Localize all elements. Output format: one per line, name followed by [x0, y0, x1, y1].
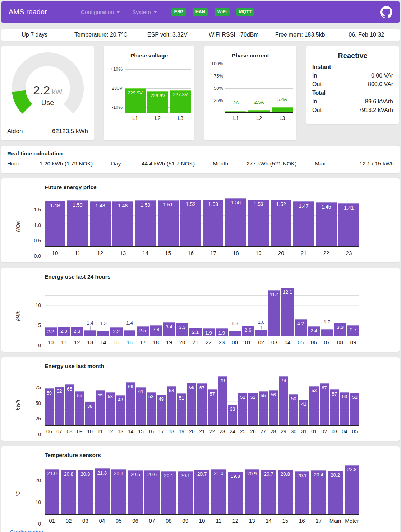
- x-tick-label: 31: [299, 429, 308, 434]
- status-badges: ESP HAN WiFi MQTT: [171, 8, 255, 16]
- y-tick-label: 230V: [112, 85, 123, 91]
- x-tick-label: 13: [112, 250, 133, 256]
- bar: 1.52: [271, 200, 291, 247]
- bar-column: 69: [126, 375, 135, 425]
- app-brand[interactable]: AMS reader: [9, 8, 47, 16]
- configuration-link[interactable]: Configuration: [10, 529, 43, 532]
- x-tick-label: 12: [71, 339, 83, 345]
- power-gauge-card: 2.2kW Use Aidon 62123.5 kWh: [1, 46, 94, 140]
- x-tick-label: L3: [170, 115, 191, 121]
- x-tick-label: 22: [203, 339, 215, 345]
- bar: 1.53: [248, 200, 269, 247]
- bar: 2.8: [150, 325, 162, 336]
- bar: 1.45: [316, 202, 337, 247]
- y-tick-label: 0: [38, 342, 41, 348]
- mqtt-status-badge: MQTT: [236, 8, 254, 16]
- bar: 57: [208, 389, 217, 425]
- bar: 1.50: [67, 200, 88, 247]
- bar: 20.2: [328, 471, 342, 514]
- x-tick-label: 10: [45, 339, 57, 345]
- reactive-row: Out 7913.2 kVArh: [312, 106, 393, 115]
- github-link[interactable]: [380, 6, 392, 18]
- month-value: 277 kWh (521 NOK): [246, 160, 315, 167]
- x-axis-line: [45, 336, 359, 336]
- bar-column: 51: [177, 375, 186, 425]
- x-tick-label: 19: [248, 250, 269, 256]
- realtime-calculation-card: Real time calculation Hour 1.20 kWh (1.7…: [1, 146, 400, 173]
- max-label: Max: [315, 160, 351, 167]
- top-cards-row: 2.2kW Use Aidon 62123.5 kWh Phase voltag…: [1, 46, 400, 140]
- bar-column: 2.1: [189, 286, 202, 336]
- status-bar: Up 7 days Temperature: 20.7°C ESP volt: …: [1, 29, 400, 41]
- bar-column: 53: [147, 375, 156, 425]
- bar-column: 65: [65, 375, 74, 425]
- energy-month-card: Energy use last month kWh025507559626555…: [1, 357, 400, 441]
- bar: 33: [228, 405, 237, 425]
- chart-title: Phase current: [204, 52, 296, 59]
- bar-column: 20.7: [261, 464, 276, 514]
- nav-configuration[interactable]: Configuration: [81, 9, 120, 15]
- bar: 2.4: [308, 326, 320, 336]
- bar: 55: [75, 391, 84, 425]
- x-tick-label: 07: [144, 518, 159, 524]
- max-value: 12.1 / 15 kWh: [351, 160, 394, 167]
- x-tick-label: 21: [189, 339, 202, 345]
- x-tick-label: 20: [271, 250, 291, 256]
- x-tick-label: 22: [316, 250, 337, 256]
- x-tick-label: L3: [272, 115, 293, 121]
- temperature-text: Temperature: 20.7°C: [68, 32, 134, 38]
- x-tick-label: 19: [177, 429, 186, 434]
- y-axis-unit: kWh: [15, 310, 21, 321]
- energy-24h-chart: kWh05102.22.32.31.41.32.21.42.52.83.43.3…: [7, 286, 359, 345]
- bar-column: 1.7: [321, 286, 333, 336]
- x-tick-label: 14: [97, 339, 110, 345]
- bar-column: 67: [197, 375, 206, 425]
- x-tick-label: 18: [167, 429, 176, 434]
- bar: 1.48: [90, 201, 111, 247]
- x-tick-label: 07: [55, 429, 64, 434]
- bar: 20.1: [295, 471, 309, 514]
- phase-current-card: Phase current 100%75%50%25%2A2.5A5.4AL1L…: [204, 46, 296, 140]
- esp-volt-text: ESP volt: 3.32V: [134, 32, 200, 38]
- y-tick-label: 75: [35, 384, 41, 390]
- gauge-mode-label: Use: [12, 99, 84, 107]
- y-tick-label: 50%: [214, 85, 223, 91]
- x-axis-line: [45, 246, 359, 247]
- x-tick-label: 28: [269, 429, 278, 434]
- bar: 19.8: [228, 472, 243, 515]
- x-tick-label: 21: [293, 250, 314, 256]
- bar-column: 2.8: [150, 286, 162, 336]
- bar: 48: [116, 395, 125, 425]
- x-tick-label: 14: [126, 429, 135, 434]
- y-tick-label: 0.5: [34, 238, 41, 243]
- bar-column: 3.4: [163, 286, 175, 336]
- x-tick-label: 13: [84, 339, 96, 345]
- bar-column: 67: [320, 375, 329, 425]
- x-tick-label: 18: [225, 250, 246, 256]
- nav-system-label: System: [132, 9, 151, 15]
- bar: [84, 330, 96, 336]
- bar: 1.53: [203, 200, 223, 247]
- bar-column: 50: [289, 375, 298, 425]
- x-tick-label: 00: [229, 339, 241, 345]
- x-tick-label: 05: [295, 339, 307, 345]
- bar-column: 1.45: [316, 196, 337, 247]
- x-tick-label: 16: [295, 518, 309, 524]
- bar-column: 227.8V: [170, 64, 191, 113]
- bar: 2.7: [347, 325, 359, 336]
- bar: 56: [96, 390, 105, 425]
- bar: 1.9: [216, 328, 228, 336]
- wifi-rssi-text: WiFi RSSI: -70dBm: [200, 32, 267, 38]
- bar: [97, 331, 110, 336]
- bar: 3.3: [176, 323, 188, 336]
- bar-column: 1.52: [271, 196, 291, 247]
- y-tick-label: 0: [38, 521, 41, 527]
- nav-system[interactable]: System: [132, 9, 157, 15]
- bar-column: 2.5: [137, 286, 149, 336]
- bar-column: 1.52: [180, 196, 201, 247]
- top-navbar: AMS reader Configuration System ESP HAN …: [1, 1, 400, 23]
- bar-column: 1.9: [203, 286, 215, 336]
- x-tick-label: 25: [238, 429, 247, 434]
- bar: 67: [320, 383, 329, 425]
- y-tick-label: 0: [38, 431, 41, 437]
